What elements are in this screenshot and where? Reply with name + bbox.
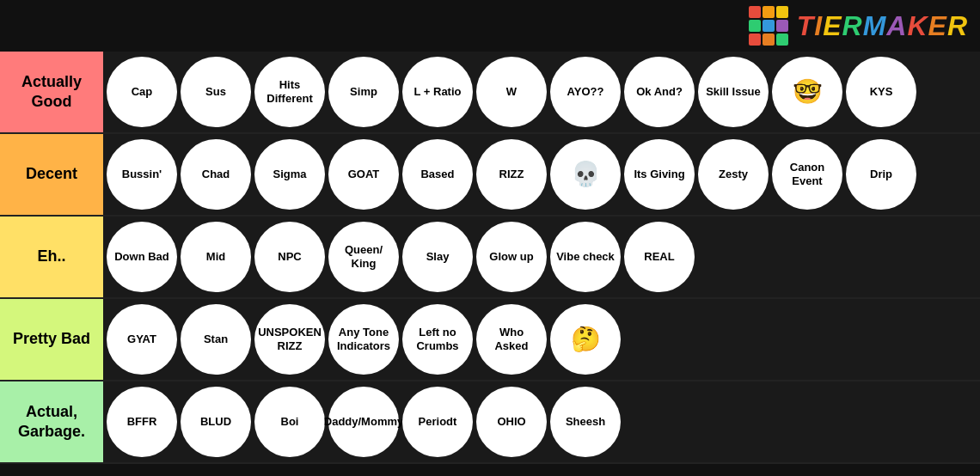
- tier-item[interactable]: Chad: [181, 139, 251, 210]
- tier-item[interactable]: Based: [402, 139, 473, 210]
- tier-item[interactable]: Queen/ King: [328, 222, 399, 292]
- tier-items-actually-good: CapSusHits DifferentSimpL + RatioWAYO??O…: [103, 52, 980, 132]
- tier-item[interactable]: Slay: [402, 222, 473, 292]
- tier-item[interactable]: Glow up: [476, 222, 547, 292]
- tier-row-actual-garbage: Actual, Garbage.BFFRBLUDBoiDaddy/MommyPe…: [0, 381, 980, 464]
- tier-row-eh: Eh..Down BadMidNPCQueen/ KingSlayGlow up…: [0, 217, 980, 299]
- header: TiERMAKER: [0, 0, 980, 52]
- tier-list: TiERMAKER Actually GoodCapSusHits Differ…: [0, 0, 980, 464]
- tier-item[interactable]: Hits Different: [254, 57, 325, 127]
- tier-item[interactable]: 🤓: [772, 57, 842, 127]
- tier-label-actually-good: Actually Good: [0, 52, 103, 132]
- tier-item[interactable]: L + Ratio: [402, 57, 473, 127]
- logo-grid-icon: [749, 6, 788, 46]
- tier-item[interactable]: Down Bad: [107, 222, 177, 292]
- logo-text: TiERMAKER: [797, 10, 968, 42]
- tier-item[interactable]: Bussin': [107, 139, 177, 210]
- tier-item[interactable]: Left no Crumbs: [402, 304, 473, 375]
- tier-label-actual-garbage: Actual, Garbage.: [0, 381, 103, 462]
- tier-item[interactable]: GYAT: [107, 304, 177, 375]
- tier-item[interactable]: GOAT: [328, 139, 399, 210]
- tier-label-decent: Decent: [0, 134, 103, 215]
- tier-items-decent: Bussin'ChadSigmaGOATBasedRIZZ💀Its Giving…: [103, 134, 980, 215]
- tier-item[interactable]: Sus: [181, 57, 251, 127]
- tier-item[interactable]: Any Tone Indicators: [328, 304, 399, 375]
- tier-items-pretty-bad: GYATStanUNSPOKEN RIZZAny Tone Indicators…: [103, 299, 980, 380]
- tier-item[interactable]: 🤔: [550, 304, 621, 375]
- tier-row-actually-good: Actually GoodCapSusHits DifferentSimpL +…: [0, 52, 980, 134]
- tier-item[interactable]: Ok And?: [624, 57, 695, 127]
- tier-item[interactable]: RIZZ: [476, 139, 547, 210]
- tier-item[interactable]: REAL: [624, 222, 695, 292]
- tier-item[interactable]: Canon Event: [772, 139, 842, 210]
- tier-item[interactable]: Skill Issue: [698, 57, 769, 127]
- tier-item[interactable]: W: [476, 57, 547, 127]
- tier-item[interactable]: Boi: [254, 387, 325, 457]
- tier-item[interactable]: Sigma: [254, 139, 325, 210]
- tier-item[interactable]: 💀: [550, 139, 621, 210]
- tier-items-actual-garbage: BFFRBLUDBoiDaddy/MommyPeriodtOHIOSheesh: [103, 381, 980, 462]
- tier-item[interactable]: Mid: [181, 222, 251, 292]
- tier-item[interactable]: AYO??: [550, 57, 621, 127]
- tier-item[interactable]: KYS: [846, 57, 916, 127]
- tier-item[interactable]: Drip: [846, 139, 916, 210]
- tier-item[interactable]: Stan: [181, 304, 251, 375]
- tier-item[interactable]: Who Asked: [476, 304, 547, 375]
- tier-row-decent: DecentBussin'ChadSigmaGOATBasedRIZZ💀Its …: [0, 134, 980, 217]
- tier-item[interactable]: NPC: [254, 222, 325, 292]
- tier-items-eh: Down BadMidNPCQueen/ KingSlayGlow upVibe…: [103, 217, 980, 297]
- tier-item[interactable]: Periodt: [402, 387, 473, 457]
- tier-item[interactable]: Zesty: [698, 139, 769, 210]
- tiermaker-logo: TiERMAKER: [749, 6, 968, 46]
- tier-label-pretty-bad: Pretty Bad: [0, 299, 103, 380]
- tier-item[interactable]: Cap: [107, 57, 177, 127]
- tier-item[interactable]: OHIO: [476, 387, 547, 457]
- tier-item[interactable]: BLUD: [181, 387, 251, 457]
- tier-label-eh: Eh..: [0, 217, 103, 297]
- tier-item[interactable]: BFFR: [107, 387, 177, 457]
- tier-item[interactable]: Vibe check: [550, 222, 621, 292]
- tier-row-pretty-bad: Pretty BadGYATStanUNSPOKEN RIZZAny Tone …: [0, 299, 980, 381]
- tier-item[interactable]: Simp: [328, 57, 399, 127]
- tier-item[interactable]: UNSPOKEN RIZZ: [254, 304, 325, 375]
- tier-item[interactable]: Its Giving: [624, 139, 695, 210]
- tier-item[interactable]: Sheesh: [550, 387, 621, 457]
- tier-item[interactable]: Daddy/Mommy: [328, 387, 399, 457]
